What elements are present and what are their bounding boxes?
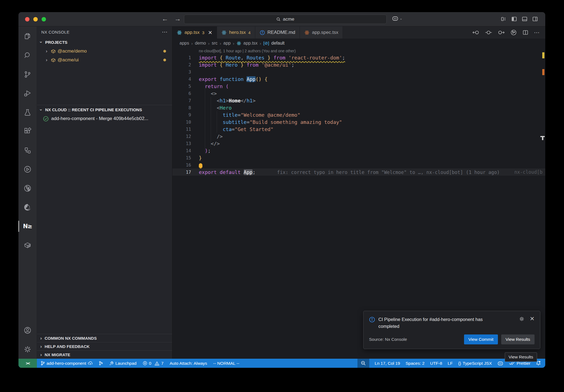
minimize-window-button[interactable]	[33, 17, 38, 21]
project-status-dot	[163, 50, 166, 53]
language-mode-status[interactable]: {}TypeScript JSX	[458, 361, 492, 366]
code-line[interactable]: 2import { Hero } from '@acme/ui';	[172, 61, 545, 68]
line-number: 6	[172, 91, 199, 96]
account-icon[interactable]	[21, 324, 34, 337]
tab-hero-tsx[interactable]: hero.tsx 4	[217, 26, 255, 39]
encoding-status[interactable]: UTF-8	[430, 361, 442, 366]
code-line[interactable]: 12 />	[172, 133, 545, 140]
nx-cloud-section-header[interactable]: › NX CLOUD :: RECENT CI PIPELINE EXECUTI…	[37, 105, 172, 114]
indentation-status[interactable]: Spaces: 2	[406, 361, 425, 366]
run-circle-icon[interactable]	[21, 163, 34, 176]
vim-mode-status[interactable]: -- NORMAL --	[213, 361, 239, 366]
cursor-position-status[interactable]: Ln 17, Col 19	[375, 361, 400, 366]
source-control-icon[interactable]	[21, 68, 34, 81]
line-number: 7	[172, 98, 199, 103]
git-graph-status[interactable]	[99, 361, 103, 366]
toggle-primary-sidebar-icon[interactable]	[511, 16, 517, 22]
code-line[interactable]: 8 <Hero	[172, 104, 545, 111]
react-icon	[177, 30, 182, 35]
toggle-panel-icon[interactable]	[522, 16, 528, 22]
breadcrumb-item[interactable]: app	[223, 41, 231, 46]
copilot-menu[interactable]: ⌄	[392, 16, 402, 21]
run-debug-icon[interactable]	[21, 87, 34, 100]
code-line[interactable]: 17export default App;fix: correct typo i…	[172, 168, 545, 176]
code-line[interactable]: 14 );	[172, 147, 545, 154]
gitlens-icon[interactable]	[21, 182, 34, 195]
close-icon[interactable]: ✕	[208, 29, 212, 36]
code-line[interactable]: 9 title="Welcome @acme/demo"	[172, 111, 545, 118]
code-line[interactable]: 3	[172, 68, 545, 75]
git-branch-status[interactable]: add-hero-component	[41, 361, 93, 366]
problem-badge: 4	[248, 30, 251, 35]
project-row-acme-demo[interactable]: › @acme/demo	[37, 47, 172, 56]
code-line[interactable]: 13 </>	[172, 140, 545, 147]
view-commit-button[interactable]: View Commit	[464, 334, 498, 344]
pipeline-execution-row[interactable]: add-hero-component - Merge 409b44e5cb02.…	[37, 114, 172, 123]
chevron-right-icon: ›	[39, 352, 44, 358]
testing-icon[interactable]	[21, 106, 34, 119]
breadcrumb-item[interactable]: src	[212, 41, 218, 46]
nav-back-icon[interactable]	[472, 30, 479, 35]
breadcrumb-item[interactable]: apps	[180, 41, 189, 46]
breadcrumb-item[interactable]: demo	[195, 41, 206, 46]
extensions-icon[interactable]	[21, 125, 34, 138]
run-circle-icon[interactable]	[510, 29, 517, 36]
view-results-button[interactable]: View Results	[501, 334, 535, 344]
toggle-secondary-sidebar-icon[interactable]	[532, 16, 538, 22]
vscode-window: ← → acme ⌄	[18, 12, 545, 368]
code-line[interactable]: 1import { Route, Routes } from 'react-ro…	[172, 54, 545, 61]
back-arrow-icon[interactable]: ←	[162, 15, 168, 23]
copilot-status[interactable]	[497, 361, 503, 366]
problems-status[interactable]: 0 7	[143, 361, 164, 366]
tab-readme-md[interactable]: README.md	[255, 26, 300, 39]
overview-modified-mark	[542, 69, 544, 75]
project-row-acme-ui[interactable]: › @acme/ui	[37, 56, 172, 64]
split-editor-icon[interactable]	[522, 29, 528, 36]
gear-icon[interactable]	[519, 316, 525, 322]
code-line[interactable]: 10 subtitle="Build something amazing tod…	[172, 118, 545, 126]
tab-app-tsx[interactable]: app.tsx 3 ✕	[172, 26, 217, 39]
code-line[interactable]: 11 cta="Get Started"	[172, 126, 545, 133]
nav-current-icon[interactable]	[485, 30, 492, 35]
command-center-search[interactable]: acme	[184, 15, 387, 24]
launchpad-status[interactable]: Launchpad	[109, 361, 137, 366]
chevron-down-icon: ›	[38, 40, 44, 45]
code-line[interactable]: 6 <>	[172, 90, 545, 97]
hierarchy-icon[interactable]	[21, 144, 34, 157]
close-icon[interactable]: ✕	[530, 316, 535, 322]
nx-migrate-section[interactable]: › NX MIGRATE	[37, 350, 172, 359]
eol-status[interactable]: LF	[448, 361, 453, 366]
projects-section-header[interactable]: › PROJECTS	[37, 37, 172, 47]
forward-arrow-icon[interactable]: →	[174, 15, 181, 23]
code-line[interactable]: 4export function App() {	[172, 75, 545, 83]
code-line[interactable]: 15}	[172, 154, 545, 161]
zoom-out-button[interactable]	[357, 359, 369, 368]
settings-gear-icon[interactable]	[21, 343, 34, 356]
code-line[interactable]: 5 return (	[172, 83, 545, 90]
breadcrumb-item[interactable]: app.tsx	[243, 41, 258, 46]
remote-indicator[interactable]: ><	[18, 359, 37, 368]
nx-console-icon[interactable]: N≥	[21, 220, 34, 233]
code-line[interactable]: 16	[172, 161, 545, 168]
breadcrumb-item[interactable]: default	[271, 41, 284, 46]
overview-cursor-mark	[542, 137, 543, 140]
line-number: 10	[172, 119, 199, 125]
common-nx-commands-section[interactable]: › COMMON NX COMMANDS	[37, 334, 172, 342]
help-and-feedback-section[interactable]: › HELP AND FEEDBACK	[37, 342, 172, 350]
tab-app-spec-tsx[interactable]: app.spec.tsx	[300, 26, 343, 39]
more-actions-icon[interactable]: ⋯	[534, 29, 540, 36]
auto-attach-status[interactable]: Auto Attach: Always	[170, 361, 207, 366]
more-actions-icon[interactable]: ⋯	[162, 29, 168, 35]
breadcrumb: apps› demo› src› app› app.tsx› [⊘] defau…	[172, 39, 545, 48]
explorer-icon[interactable]	[21, 30, 34, 43]
customize-layout-icon[interactable]	[501, 16, 507, 22]
lightbulb-icon[interactable]	[199, 163, 202, 168]
view-results-tooltip: View Results	[505, 352, 537, 362]
swirl-icon[interactable]	[21, 201, 34, 214]
close-window-button[interactable]	[25, 17, 29, 21]
code-line[interactable]: 7 <h1>Home</h1>	[172, 97, 545, 104]
zoom-window-button[interactable]	[42, 17, 46, 21]
nav-forward-icon[interactable]	[498, 30, 505, 35]
package-icon[interactable]	[21, 239, 34, 252]
search-icon[interactable]	[21, 49, 34, 62]
